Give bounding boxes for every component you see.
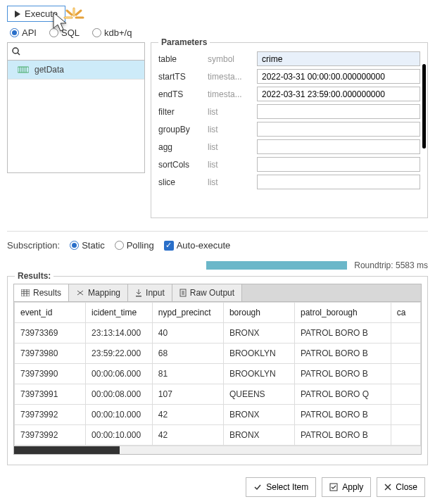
col-header[interactable]: event_id bbox=[15, 303, 86, 323]
param-type: list bbox=[208, 107, 257, 117]
param-input-groupBy[interactable] bbox=[257, 122, 420, 137]
table-cell: 42 bbox=[152, 405, 223, 425]
results-table[interactable]: event_idicident_timenypd_precinctborough… bbox=[14, 302, 421, 446]
roundtrip-text: Roundtrip: 5583 ms bbox=[354, 260, 428, 270]
close-label: Close bbox=[396, 482, 417, 492]
table-row[interactable]: 7397398023:59:22.00068BROOKLYNPATROL BOR… bbox=[15, 344, 421, 364]
execute-button[interactable]: Execute bbox=[7, 6, 65, 22]
radio-api-label: API bbox=[22, 27, 37, 38]
tab-raw-label: Raw Output bbox=[190, 288, 234, 298]
col-header[interactable]: icident_time bbox=[86, 303, 153, 323]
table-cell: PATROL BORO B bbox=[294, 323, 391, 344]
col-header[interactable]: nypd_precinct bbox=[152, 303, 223, 323]
sidebar-item-label: getData bbox=[34, 65, 64, 75]
results-hscrollbar[interactable] bbox=[14, 446, 421, 454]
subscription-label: Subscription: bbox=[7, 240, 60, 251]
param-type: list bbox=[208, 142, 257, 152]
table-cell: 81 bbox=[152, 364, 223, 384]
table-cell: BRONX bbox=[223, 323, 294, 344]
table-cell bbox=[391, 425, 420, 446]
radio-icon bbox=[10, 28, 19, 37]
radio-sql[interactable]: SQL bbox=[49, 27, 80, 38]
tabs-filler bbox=[242, 284, 421, 301]
table-row[interactable]: 7397336923:13:14.00040BRONXPATROL BORO B bbox=[15, 323, 421, 344]
tab-input[interactable]: Input bbox=[128, 284, 172, 301]
param-type: list bbox=[208, 125, 257, 134]
select-item-button[interactable]: Select Item bbox=[246, 477, 316, 497]
table-cell: 00:00:10.000 bbox=[86, 425, 153, 446]
close-button[interactable]: Close bbox=[377, 477, 425, 497]
tab-mapping[interactable]: Mapping bbox=[69, 284, 128, 301]
table-cell: 23:59:22.000 bbox=[86, 344, 153, 364]
param-row-sortCols: sortColslist bbox=[158, 156, 420, 173]
table-cell bbox=[391, 405, 420, 425]
table-cell: PATROL BORO B bbox=[294, 405, 391, 425]
param-name: groupBy bbox=[158, 125, 208, 134]
radio-icon bbox=[70, 241, 79, 250]
svg-line-4 bbox=[76, 11, 81, 15]
param-name: endTS bbox=[158, 89, 208, 99]
param-input-table[interactable] bbox=[257, 51, 420, 66]
col-header[interactable]: patrol_borough bbox=[294, 303, 391, 323]
table-cell: 73973991 bbox=[15, 384, 86, 405]
table-cell: 00:00:08.000 bbox=[86, 384, 153, 405]
param-row-filter: filterlist bbox=[158, 103, 420, 120]
svg-rect-19 bbox=[136, 296, 141, 297]
col-header[interactable]: ca bbox=[391, 303, 420, 323]
table-cell: 73973369 bbox=[15, 323, 86, 344]
param-row-endTS: endTStimesta... bbox=[158, 85, 420, 103]
param-row-table: tablesymbol bbox=[158, 50, 420, 68]
table-cell bbox=[391, 323, 420, 344]
param-input-slice[interactable] bbox=[257, 175, 420, 189]
radio-polling[interactable]: Polling bbox=[115, 240, 154, 251]
radio-icon bbox=[115, 241, 124, 250]
param-type: timesta... bbox=[208, 89, 257, 99]
param-input-endTS[interactable] bbox=[257, 87, 420, 101]
table-row[interactable]: 7397399200:00:10.00042BRONXPATROL BORO B bbox=[15, 425, 421, 446]
svg-rect-14 bbox=[21, 289, 30, 296]
col-header[interactable]: borough bbox=[223, 303, 294, 323]
param-input-agg[interactable] bbox=[257, 139, 420, 154]
params-scrollbar[interactable] bbox=[422, 64, 426, 149]
data-icon bbox=[18, 65, 29, 74]
svg-line-8 bbox=[18, 53, 20, 55]
param-input-startTS[interactable] bbox=[257, 69, 420, 84]
apply-button[interactable]: Apply bbox=[322, 477, 371, 497]
tab-raw-output[interactable]: Raw Output bbox=[172, 284, 242, 301]
radio-kdb[interactable]: kdb+/q bbox=[92, 27, 132, 38]
param-name: slice bbox=[158, 177, 208, 187]
param-name: table bbox=[158, 54, 208, 64]
radio-api[interactable]: API bbox=[10, 27, 37, 38]
check-icon bbox=[253, 483, 262, 491]
table-row[interactable]: 7397399100:00:08.000107QUEENSPATROL BORO… bbox=[15, 384, 421, 405]
table-cell bbox=[391, 344, 420, 364]
radio-static[interactable]: Static bbox=[70, 240, 105, 251]
search-input-wrap[interactable] bbox=[7, 42, 145, 61]
table-cell: QUEENS bbox=[223, 384, 294, 405]
results-legend: Results: bbox=[15, 271, 53, 281]
table-cell: BROOKLYN bbox=[223, 364, 294, 384]
param-name: agg bbox=[158, 142, 208, 152]
param-type: list bbox=[208, 177, 257, 187]
table-row[interactable]: 7397399200:00:10.00042BRONXPATROL BORO B bbox=[15, 405, 421, 425]
param-type: list bbox=[208, 160, 257, 170]
svg-line-3 bbox=[67, 11, 72, 15]
table-row[interactable]: 7397399000:00:06.00081BROOKLYNPATROL BOR… bbox=[15, 364, 421, 384]
tab-input-label: Input bbox=[146, 288, 165, 298]
checkbox-auto-execute[interactable]: ✓ Auto-execute bbox=[164, 240, 231, 251]
search-icon bbox=[12, 47, 20, 56]
table-cell: BROOKLYN bbox=[223, 344, 294, 364]
search-input[interactable] bbox=[25, 46, 140, 57]
param-input-sortCols[interactable] bbox=[257, 157, 420, 172]
sidebar-item-getdata[interactable]: getData bbox=[8, 61, 144, 80]
play-icon bbox=[15, 11, 20, 18]
table-cell bbox=[391, 364, 420, 384]
svg-point-7 bbox=[13, 48, 18, 53]
table-cell: BRONX bbox=[223, 425, 294, 446]
tab-results[interactable]: Results bbox=[14, 284, 69, 301]
param-input-filter[interactable] bbox=[257, 104, 420, 119]
table-cell: 73973992 bbox=[15, 425, 86, 446]
svg-rect-24 bbox=[330, 484, 337, 491]
radio-icon bbox=[92, 28, 101, 37]
param-row-groupBy: groupBylist bbox=[158, 120, 420, 138]
